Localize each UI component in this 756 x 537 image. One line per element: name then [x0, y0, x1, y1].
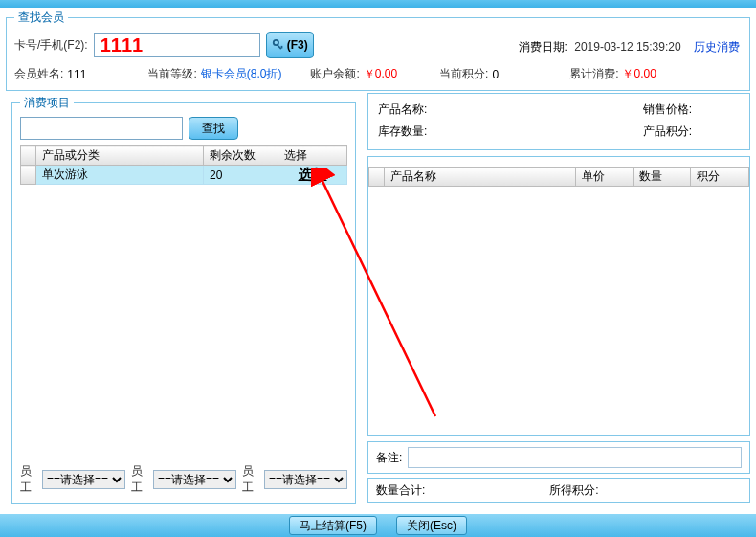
col-points: 积分 — [691, 168, 749, 187]
name-value: 111 — [67, 68, 86, 81]
consume-items-panel: 消费项目 查找 产品或分类 剩余次数 选择 单次游泳 20 选择 — [11, 95, 356, 504]
select-link[interactable]: 选择 — [299, 166, 327, 182]
consume-legend: 消费项目 — [20, 95, 74, 111]
card-input[interactable] — [94, 33, 260, 57]
name-label: 会员姓名: — [14, 66, 63, 82]
svg-rect-2 — [280, 46, 282, 49]
level-value: 银卡会员(8.0折) — [201, 66, 282, 82]
svg-rect-1 — [277, 44, 282, 50]
f3-button[interactable]: (F3) — [266, 32, 314, 58]
cell-product: 单次游泳 — [36, 166, 204, 185]
emp3-label: 员工 — [242, 463, 258, 496]
find-member-legend: 查找会员 — [14, 10, 68, 26]
close-button[interactable]: 关闭(Esc) — [396, 516, 467, 535]
product-name-label: 产品名称: — [378, 101, 427, 118]
emp3-select[interactable]: ==请选择== — [264, 470, 347, 489]
consume-date-label: 消费日期: — [519, 40, 567, 54]
product-points-label: 产品积分: — [643, 123, 692, 140]
balance-label: 账户余额: — [310, 66, 359, 82]
col-marker — [369, 168, 385, 187]
col-product: 产品或分类 — [36, 146, 204, 166]
search-button[interactable]: 查找 — [189, 117, 238, 140]
qty-total-label: 数量合计: — [376, 482, 425, 499]
consume-date-value: 2019-03-12 15:39:20 — [574, 40, 680, 54]
col-product: 产品名称 — [385, 168, 576, 187]
f3-label: (F3) — [287, 38, 308, 52]
product-info-panel: 产品名称: 销售价格: 库存数量: 产品积分: — [367, 93, 750, 150]
points-gain-label: 所得积分: — [549, 482, 598, 499]
level-label: 当前等级: — [147, 66, 196, 82]
checkout-button[interactable]: 马上结算(F5) — [289, 516, 377, 535]
col-remain: 剩余次数 — [204, 146, 278, 166]
cell-remain: 20 — [204, 166, 278, 185]
col-qty: 数量 — [634, 168, 691, 187]
remark-input[interactable] — [408, 447, 742, 468]
row-marker — [21, 166, 36, 185]
emp1-select[interactable]: ==请选择== — [42, 470, 125, 489]
card-label: 卡号/手机(F2): — [14, 37, 88, 54]
emp1-label: 员工 — [20, 463, 36, 496]
points-value: 0 — [492, 68, 499, 81]
emp2-select[interactable]: ==请选择== — [153, 470, 236, 489]
history-link[interactable]: 历史消费 — [694, 40, 740, 54]
total-label: 累计消费: — [569, 66, 618, 82]
total-value: ￥0.00 — [622, 66, 656, 82]
col-marker — [21, 146, 36, 166]
balance-value: ￥0.00 — [364, 66, 397, 82]
remark-label: 备注: — [376, 450, 402, 466]
consume-table: 产品或分类 剩余次数 选择 单次游泳 20 选择 — [20, 145, 347, 185]
table-row[interactable]: 单次游泳 20 选择 — [21, 166, 347, 185]
emp2-label: 员工 — [131, 463, 147, 496]
product-search-input[interactable] — [20, 117, 183, 140]
stock-label: 库存数量: — [378, 123, 427, 140]
order-list-panel: 产品名称 单价 数量 积分 — [367, 156, 750, 436]
key-icon — [272, 38, 285, 52]
find-member-panel: 查找会员 卡号/手机(F2): (F3) 消费日期: 2019-03-12 15… — [6, 10, 750, 91]
points-label: 当前积分: — [439, 66, 488, 82]
col-select: 选择 — [278, 146, 347, 166]
bottom-bar: 马上结算(F5) 关闭(Esc) — [0, 514, 756, 537]
sale-price-label: 销售价格: — [643, 101, 692, 118]
col-price: 单价 — [576, 168, 634, 187]
